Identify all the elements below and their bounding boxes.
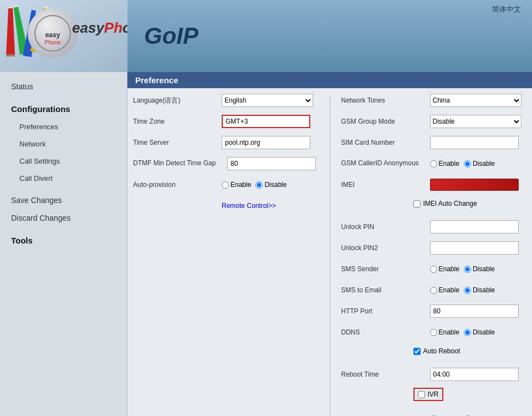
reboot-time-row: Reboot Time [341,367,527,382]
unlock-pin2-input[interactable] [430,241,519,255]
unlock-pin-row: Unlock PIN [341,219,527,235]
sms-sender-disable-radio[interactable] [464,266,471,273]
reboot-time-input[interactable] [430,368,519,381]
ddns-enable-label[interactable]: Enable [430,328,459,336]
language-row: Language(语言) English Chinese Spanish [133,93,319,108]
ddns-disable-label[interactable]: Disable [464,328,495,336]
auto-reboot-checkbox-row: Auto Reboot [413,347,461,355]
http-port-row: HTTP Port [341,303,527,319]
imei-label: IMEI [341,181,430,189]
timezone-input[interactable] [222,115,310,128]
sim-card-number-input[interactable] [430,136,519,149]
sim-card-number-row: SIM Card Number [341,135,527,150]
sms-sender-disable-label[interactable]: Disable [464,265,495,273]
imei-auto-change-checkbox[interactable] [413,200,421,207]
auto-reboot-label: Auto Reboot [423,347,461,355]
http-port-label: HTTP Port [341,307,430,315]
sidebar-item-network[interactable]: Network [0,135,127,153]
imei-auto-change-row: IMEI Auto Change [413,198,527,214]
autoprovision-enable-radio[interactable] [222,181,229,189]
language-control: English Chinese Spanish [222,94,319,107]
unlock-pin-input[interactable] [430,220,519,234]
column-divider [330,95,330,416]
sim-card-number-label: SIM Card Number [341,139,430,146]
timeserver-input[interactable] [222,136,310,149]
autoprovision-row: Auto-provision Enable Disable [133,177,319,192]
ivr-checkbox-row: IVR [413,388,443,401]
right-column: Network Tones China USA UK Germany GSM G… [336,93,527,416]
gsm-callerid-row: GSM CallerID Anonymous Enable Disable [341,156,527,171]
imei-value-bar [430,179,519,191]
sidebar-section-tools: Tools [0,231,127,250]
gsm-callerid-enable-radio[interactable] [430,160,437,168]
unlock-pin-label: Unlock PIN [341,223,430,231]
sidebar-item-preferences[interactable]: Preferences [0,118,127,135]
gsm-group-mode-select[interactable]: Disable Enable [430,115,521,128]
autoprovision-disable-radio[interactable] [255,181,263,189]
timeserver-row: Time Server [133,135,319,150]
gsm-callerid-enable-label[interactable]: Enable [430,160,459,168]
language-label: Language(语言) [133,96,222,105]
dtmf-label: DTMF Min Detect Time Gap [133,159,227,168]
gsm-callerid-disable-radio[interactable] [464,160,471,168]
unlock-pin2-row: Unlock PIN2 [341,240,527,256]
sidebar-item-call-settings[interactable]: Call Settings [0,153,127,170]
svg-marker-0 [6,8,15,55]
autoprovision-enable-label[interactable]: Enable [222,181,251,189]
timezone-control [222,115,319,128]
network-tones-label: Network Tones [341,97,430,104]
sms-to-email-disable-label[interactable]: Disable [464,286,495,294]
sidebar-item-save-changes[interactable]: Save Changes [0,191,127,209]
autoprovision-disable-label[interactable]: Disable [255,181,287,189]
ivr-checkbox[interactable] [418,391,425,398]
network-tones-select[interactable]: China USA UK Germany [430,94,521,107]
imei-auto-change-checkbox-row: IMEI Auto Change [413,200,477,207]
timeserver-control [222,136,319,149]
section-title: Preference [127,72,532,88]
sidebar-item-call-divert[interactable]: Call Divert [0,170,127,187]
sms-to-email-enable-radio[interactable] [430,287,437,294]
lang-switch-link[interactable]: 简体中文 [492,4,521,14]
timezone-row: Time Zone [133,114,319,129]
logo-easy: easy [72,19,104,36]
timeserver-label: Time Server [133,139,222,146]
imei-auto-change-label: IMEI Auto Change [423,200,477,207]
dtmf-control [227,157,319,170]
gsm-group-mode-row: GSM Group Mode Disable Enable [341,114,527,129]
sms-sender-enable-radio[interactable] [430,266,437,273]
unlock-pin2-control [430,241,527,255]
auto-reboot-checkbox[interactable] [413,348,421,355]
ddns-label: DDNS [341,328,430,336]
dtmf-input[interactable] [227,157,316,170]
autoprovision-label: Auto-provision [133,181,222,189]
sidebar-item-discard-changes[interactable]: Discard Changes [0,209,127,227]
sidebar: Status Configurations Preferences Networ… [0,72,127,416]
logo-ph: Ph [104,19,122,36]
unlock-pin2-label: Unlock PIN2 [341,244,430,252]
http-port-input[interactable] [430,305,519,318]
logo-area: easy Phone easyPhone [0,0,127,72]
sms-sender-label: SMS Sender [341,265,430,273]
ddns-row: DDNS Enable Disable [341,324,527,340]
imei-row: IMEI [341,177,527,192]
sms-to-email-disable-radio[interactable] [464,287,471,294]
sms-to-email-enable-label[interactable]: Enable [430,286,459,294]
dtmf-row: DTMF Min Detect Time Gap [133,156,319,171]
network-tones-control: China USA UK Germany [430,94,527,107]
sidebar-section-configurations: Configurations [0,100,127,118]
gsm-callerid-label: GSM CallerID Anonymous [341,159,430,168]
gsm-callerid-disable-label[interactable]: Disable [464,160,495,168]
remote-control-link[interactable]: Remote Control>> [222,202,276,210]
sms-sender-enable-label[interactable]: Enable [430,265,459,273]
sidebar-item-status[interactable]: Status [0,78,127,95]
gsm-group-mode-control: Disable Enable [430,115,527,128]
http-port-control [430,305,527,318]
reboot-time-label: Reboot Time [341,371,430,378]
sms-sender-row: SMS Sender Enable Disable [341,261,527,277]
svg-text:easy: easy [45,31,60,39]
unlock-pin-control [430,220,527,234]
ddns-enable-radio[interactable] [430,329,437,336]
ddns-disable-radio[interactable] [464,329,471,336]
language-select[interactable]: English Chinese Spanish [222,94,313,107]
sms-to-email-control: Enable Disable [430,286,527,294]
